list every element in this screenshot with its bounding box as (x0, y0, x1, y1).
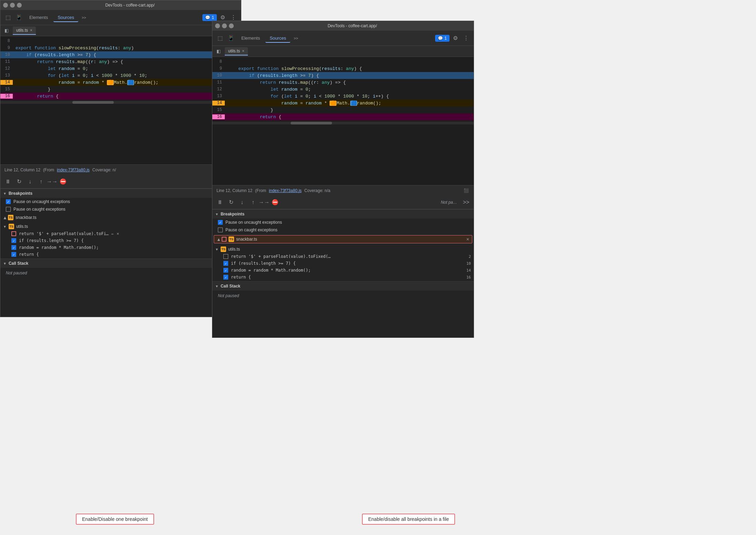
maximize-btn-right[interactable]: □ (222, 23, 227, 28)
pause-uncaught-checkbox-left[interactable] (6, 199, 11, 204)
breakpoints-header-right[interactable]: ▼ Breakpoints (212, 210, 474, 219)
breakpoints-panel-left: ▼ Breakpoints Pause on uncaught exceptio… (0, 189, 241, 317)
tooltip-right: Enable/disable all breakpoints in a file (362, 514, 455, 525)
statusbar-left: Line 12, Column 12 (From index-73f73a80.… (0, 164, 241, 175)
step-out-btn-left[interactable]: ↑ (36, 177, 46, 186)
sidebar-toggle-left[interactable]: ◧ (2, 26, 11, 36)
device-icon-left[interactable]: 📱 (14, 13, 24, 22)
cursor-position-left: Line 12, Column 12 (4, 168, 40, 172)
tab-sources-left[interactable]: Sources (53, 13, 78, 22)
bp-checkbox-4-right[interactable] (223, 275, 228, 280)
code-line-16-right: → 16 return { (212, 113, 474, 120)
more-options-right[interactable]: ⋮ (461, 33, 471, 43)
bp-snackbar-header-right[interactable]: ▶ TS snackbar.ts × (214, 235, 472, 243)
call-stack-triangle-left: ▼ (3, 262, 7, 265)
code-line-11-left: 11 return results.map((r: any) => { (0, 58, 241, 65)
bp-checkbox-2-right[interactable] (223, 261, 228, 266)
deactivate-btn-left[interactable]: ⛔ (58, 177, 68, 186)
minimize-btn-left[interactable]: - (3, 3, 8, 8)
snackbar-close-right[interactable]: × (466, 236, 469, 242)
source-file-link-right[interactable]: index-73f73a80.js (269, 188, 302, 193)
bp-checkbox-2-left[interactable] (11, 238, 16, 243)
maximize-btn-left[interactable]: □ (10, 3, 15, 8)
bp-item-1-right[interactable]: return '$' + parseFloat(value).toFixed(…… (212, 253, 474, 260)
pause-btn-left[interactable]: ⏸ (3, 177, 13, 186)
source-file-link-left[interactable]: index-73f73a80.js (57, 168, 90, 172)
scrollbar-thumb-right[interactable] (291, 122, 332, 124)
continue-btn-left[interactable]: →→ (47, 177, 57, 186)
file-tab-utils-left[interactable]: utils.ts × (13, 27, 36, 35)
bp-item-3-left[interactable]: random = random * Math.random(); 14 (0, 244, 241, 251)
pause-btn-right[interactable]: ⏸ (215, 198, 225, 207)
bp-file-snackbar-left: ▶ TS snackbar.ts (0, 213, 241, 222)
call-stack-header-right[interactable]: ▼ Call Stack (212, 282, 474, 291)
bp-snackbar-header-left[interactable]: ▶ TS snackbar.ts (0, 214, 241, 221)
bp-checkbox-1-left[interactable] (11, 231, 16, 236)
more-tabs-left[interactable]: >> (80, 14, 88, 21)
code-line-9-right: 9 export function slowProcessing(results… (212, 65, 474, 72)
code-area-right: 8 9 export function slowProcessing(resul… (212, 57, 474, 185)
sidebar-toggle-right[interactable]: ◧ (214, 47, 223, 56)
inspect-icon-left[interactable]: ⬚ (3, 13, 13, 22)
breakpoints-section-left: ▼ Breakpoints Pause on uncaught exceptio… (0, 189, 241, 259)
step-out-btn-right[interactable]: ↑ (248, 198, 258, 207)
continue-btn-right[interactable]: →→ (259, 198, 269, 207)
pause-caught-left[interactable]: Pause on caught exceptions (0, 205, 241, 213)
device-icon-right[interactable]: 📱 (226, 33, 236, 43)
bp-item-4-right[interactable]: return { 16 (212, 274, 474, 281)
code-scrollbar-left[interactable] (0, 101, 241, 104)
bp-checkbox-1-right[interactable] (223, 254, 228, 259)
step-over-btn-right[interactable]: ↻ (226, 198, 236, 207)
code-scrollbar-right[interactable] (212, 122, 474, 124)
pause-uncaught-left[interactable]: Pause on uncaught exceptions (0, 198, 241, 205)
code-line-14-left: ? 14 random = random * 🟠Math.🟦random(); (0, 79, 241, 86)
step-over-btn-left[interactable]: ↻ (14, 177, 24, 186)
bp-item-4-left[interactable]: return { 16 (0, 251, 241, 258)
close-btn-right[interactable]: × (229, 23, 234, 28)
pause-caught-checkbox-right[interactable] (218, 228, 223, 232)
file-tab-close-right[interactable]: × (242, 49, 244, 53)
minimize-btn-right[interactable]: - (215, 23, 220, 28)
bp-utils-header-right[interactable]: ▼ TS utils.ts (212, 245, 474, 253)
bp-file-utils-left: ▼ TS utils.ts return '$' + parseFloat(va… (0, 222, 241, 259)
chat-badge-left[interactable]: 💬 1 (202, 14, 217, 21)
step-into-btn-right[interactable]: ↓ (237, 198, 247, 207)
chat-badge-right[interactable]: 💬 1 (435, 35, 450, 42)
bp-checkbox-3-left[interactable] (11, 245, 16, 250)
navbar-left: ⬚ 📱 Elements Sources >> 💬 1 ⚙ ⋮ (0, 10, 241, 25)
bp-item-2-right[interactable]: if (results.length >= 7) { 10 (212, 260, 474, 267)
tab-elements-left[interactable]: Elements (25, 13, 52, 22)
bp-item-3-right[interactable]: random = random * Math.random(); 14 (212, 267, 474, 274)
tab-elements-right[interactable]: Elements (237, 33, 264, 43)
devtools-right: - □ × DevTools - coffee-cart.app/ ⬚ 📱 El… (212, 21, 474, 338)
breakpoints-triangle-left: ▼ (3, 192, 7, 195)
step-into-btn-left[interactable]: ↓ (25, 177, 35, 186)
snackbar-checkbox-right[interactable] (222, 237, 226, 242)
utils-triangle-right: ▼ (215, 248, 219, 251)
pause-caught-right[interactable]: Pause on caught exceptions (212, 226, 474, 234)
breakpoints-header-left[interactable]: ▼ Breakpoints (0, 189, 241, 198)
file-tab-utils-right[interactable]: utils.ts × (225, 47, 248, 55)
pause-uncaught-right[interactable]: Pause on uncaught exceptions (212, 219, 474, 226)
pause-caught-checkbox-left[interactable] (6, 207, 11, 212)
close-btn-left[interactable]: × (17, 3, 22, 8)
bp-item-2-left[interactable]: if (results.length >= 7) { 10 (0, 237, 241, 244)
bp-item-1-left[interactable]: return '$' + parseFloat(value).toFi… ✏ ×… (0, 230, 241, 237)
from-label-left: (From (43, 168, 54, 172)
bp-checkbox-4-left[interactable] (11, 252, 16, 257)
file-tab-close-left[interactable]: × (30, 28, 32, 33)
call-stack-label-right: Call Stack (221, 284, 240, 289)
more-tabs-right[interactable]: >> (292, 35, 300, 42)
pause-uncaught-checkbox-right[interactable] (218, 220, 223, 225)
expand-btn-right[interactable]: >> (461, 198, 471, 207)
settings-icon-right[interactable]: ⚙ (451, 33, 460, 43)
coverage-panel-icon-right[interactable]: ⬛ (463, 187, 470, 194)
call-stack-header-left[interactable]: ▼ Call Stack (0, 259, 241, 268)
inspect-icon-right[interactable]: ⬚ (215, 33, 225, 43)
breakpoints-label-right: Breakpoints (221, 212, 244, 216)
bp-checkbox-3-right[interactable] (223, 268, 228, 273)
bp-utils-header-left[interactable]: ▼ TS utils.ts (0, 223, 241, 230)
deactivate-btn-right[interactable]: ⛔ (270, 198, 280, 207)
scrollbar-thumb-left[interactable] (72, 101, 114, 104)
tab-sources-right[interactable]: Sources (265, 33, 290, 43)
